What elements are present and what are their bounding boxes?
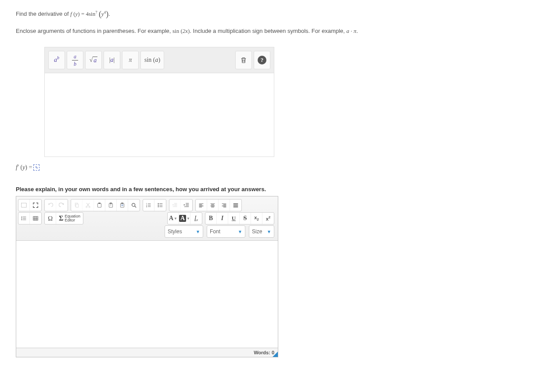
align-center-icon	[210, 202, 215, 208]
remove-format-button[interactable]: Ix	[190, 213, 202, 224]
svg-rect-2	[76, 204, 79, 207]
outdent-icon	[172, 202, 178, 208]
word-count: Words: 0	[254, 350, 274, 355]
exponent-base: a	[54, 57, 57, 64]
instr-ex2: a · π	[346, 28, 356, 34]
resize-grip[interactable]	[273, 352, 278, 357]
bold-button[interactable]: B	[205, 213, 217, 224]
math-toolbar: ab a b √a |a| π sin (a)	[44, 47, 274, 73]
q-trig: sin	[89, 11, 95, 17]
undo-icon	[47, 202, 53, 208]
svg-rect-6	[98, 203, 101, 203]
styles-select[interactable]: Styles▼	[165, 225, 203, 238]
text-color-button[interactable]: A▼	[168, 213, 179, 224]
line-height-button[interactable]	[18, 213, 30, 224]
align-justify-button[interactable]	[230, 200, 241, 211]
cke-toolbar: T W 123	[16, 196, 278, 241]
question-prefix: Find the derivative of	[16, 11, 70, 17]
svg-rect-8	[110, 203, 112, 203]
italic-button[interactable]: I	[217, 213, 228, 224]
align-right-icon	[221, 202, 227, 208]
size-select[interactable]: Size▼	[249, 225, 274, 238]
ans-prime: ′	[18, 164, 19, 171]
edit-answer-icon[interactable]: ✎	[33, 164, 40, 171]
underline-button[interactable]: U	[228, 213, 240, 224]
align-center-button[interactable]	[207, 200, 219, 211]
source-button[interactable]	[18, 200, 30, 211]
font-select[interactable]: Font▼	[207, 225, 245, 238]
fraction-den: b	[74, 61, 76, 67]
indent-button[interactable]	[181, 200, 192, 211]
superscript-button[interactable]: x2	[262, 213, 274, 224]
instr-p1: Enclose arguments of functions in parent…	[16, 28, 172, 34]
sin-button[interactable]: sin (a)	[140, 51, 164, 69]
math-editor: ab a b √a |a| π sin (a)	[44, 47, 537, 157]
numbered-list-button[interactable]: 123	[143, 200, 154, 211]
redo-icon	[59, 202, 65, 208]
answer-prefix: f′ (y) = ✎	[16, 164, 537, 171]
numbered-list-icon: 123	[146, 202, 151, 208]
svg-point-19	[158, 206, 158, 207]
help-icon: ?	[258, 56, 266, 64]
q-func: f	[70, 11, 72, 17]
equation-editor-button[interactable]: ΣEquationEditor	[56, 213, 83, 224]
align-right-button[interactable]	[219, 200, 230, 211]
svg-rect-20	[33, 217, 38, 221]
copy-button[interactable]	[71, 200, 83, 211]
question-text: Find the derivative of f (y) = 4sin7 (y4…	[16, 9, 537, 18]
line-height-icon	[21, 215, 27, 221]
font-label: Font	[210, 228, 220, 235]
undo-button[interactable]	[45, 200, 56, 211]
trash-icon	[240, 56, 248, 64]
clear-button[interactable]	[235, 51, 252, 69]
align-left-icon	[198, 202, 204, 208]
paste-text-button[interactable]: T	[105, 200, 117, 211]
align-left-button[interactable]	[196, 200, 207, 211]
sqrt-button[interactable]: √a	[85, 51, 102, 69]
outdent-button[interactable]	[169, 200, 181, 211]
special-char-button[interactable]: Ω	[45, 213, 56, 224]
svg-point-17	[158, 203, 158, 204]
bullet-list-button[interactable]	[154, 200, 166, 211]
find-button[interactable]	[128, 200, 140, 211]
eq-editor-l2: Editor	[65, 218, 75, 222]
ans-eq: =	[29, 164, 32, 171]
help-button[interactable]: ?	[254, 51, 270, 69]
maximize-button[interactable]	[30, 200, 41, 211]
rich-text-editor: T W 123	[16, 196, 278, 357]
paste-icon	[97, 202, 102, 208]
abs-arg: a	[111, 57, 114, 64]
svg-rect-0	[22, 203, 26, 207]
source-icon	[21, 202, 27, 208]
cut-button[interactable]	[83, 200, 94, 211]
instr-ex1: sin (2x)	[172, 28, 190, 34]
paste-word-button[interactable]: W	[117, 200, 128, 211]
abs-button[interactable]: |a|	[104, 51, 120, 69]
strike-button[interactable]: S	[240, 213, 251, 224]
copy-icon	[74, 202, 79, 208]
svg-text:3: 3	[146, 206, 147, 208]
pi-button[interactable]: π	[122, 51, 139, 69]
math-input[interactable]	[44, 73, 274, 157]
cke-footer: Words: 0	[16, 348, 278, 357]
words-label: Words:	[254, 350, 272, 355]
align-justify-icon	[233, 202, 239, 208]
table-button[interactable]	[30, 213, 41, 224]
subscript-button[interactable]: x2	[251, 213, 262, 224]
fraction-button[interactable]: a b	[67, 51, 83, 69]
redo-button[interactable]	[56, 200, 68, 211]
svg-point-13	[132, 203, 135, 207]
paste-text-icon: T	[108, 202, 114, 208]
sigma-icon: Σ	[59, 215, 63, 222]
rich-text-body[interactable]	[16, 241, 278, 348]
bullet-list-icon	[157, 202, 163, 208]
search-icon	[131, 202, 137, 208]
exponent-exp: b	[57, 55, 59, 60]
paste-word-icon: W	[119, 202, 125, 208]
exponent-button[interactable]: ab	[48, 51, 65, 69]
bg-color-icon: A	[179, 215, 186, 222]
svg-rect-11	[121, 203, 123, 203]
bg-color-button[interactable]: A▼	[179, 213, 190, 224]
svg-rect-5	[97, 203, 101, 207]
paste-button[interactable]	[94, 200, 105, 211]
